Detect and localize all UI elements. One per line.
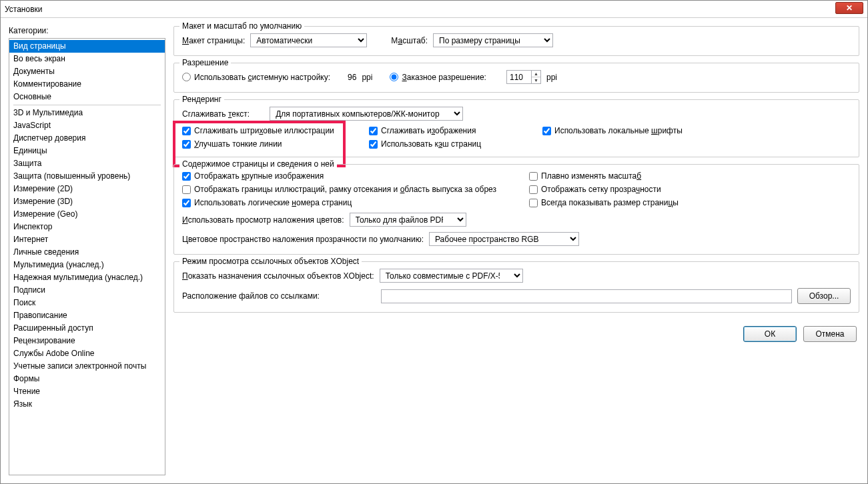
spin-down-icon[interactable]: ▼: [532, 77, 540, 83]
list-item[interactable]: Основные: [9, 91, 165, 103]
list-item[interactable]: Язык: [9, 398, 165, 411]
check-transparency-grid[interactable]: Отображать сетку прозрачности: [529, 185, 703, 194]
list-item[interactable]: Личные сведения: [9, 246, 165, 259]
dialog-footer: ОК Отмена: [173, 319, 859, 345]
show-targets-select[interactable]: Только совместимые с PDF/X-5: [380, 269, 523, 283]
list-item[interactable]: Формы: [9, 373, 165, 385]
list-item[interactable]: Диспетчер доверия: [9, 132, 165, 145]
list-item[interactable]: Мультимедиа (унаслед.): [9, 259, 165, 271]
page-layout-select[interactable]: Автоматически: [250, 33, 367, 47]
window-title: Установки: [5, 5, 42, 14]
list-item[interactable]: Надежная мультимедиа (унаслед.): [9, 271, 165, 284]
blend-space-label: Цветовое пространство наложения прозрачн…: [182, 235, 424, 244]
check-logical-pages[interactable]: Использовать логические номера страниц: [182, 198, 516, 207]
list-item[interactable]: Службы Adobe Online: [9, 347, 165, 360]
ok-button[interactable]: ОК: [743, 326, 797, 342]
list-item[interactable]: Рецензирование: [9, 335, 165, 347]
radio-custom-resolution[interactable]: Заказное разрешение:: [390, 73, 486, 82]
group-title: Рендеринг: [179, 95, 224, 104]
list-item[interactable]: 3D и Мультимедиа: [9, 107, 165, 119]
check-art-borders[interactable]: Отображать границы иллюстраций, рамку от…: [182, 185, 516, 194]
list-item[interactable]: Измерение (Geo): [9, 208, 165, 221]
list-item[interactable]: Расширенный доступ: [9, 322, 165, 335]
list-item[interactable]: Измерение (3D): [9, 195, 165, 208]
list-item[interactable]: Защита (повышенный уровень): [9, 170, 165, 183]
file-location-input[interactable]: [381, 289, 792, 303]
ppi-label: ppi: [546, 73, 557, 82]
sidebar-label: Категории:: [9, 26, 165, 35]
custom-ppi-input[interactable]: [507, 72, 531, 83]
file-location-label: Расположение файлов со ссылками:: [182, 291, 376, 301]
list-item[interactable]: Вид страницы: [9, 40, 165, 53]
group-xobject: Режим просмотра ссылочных объектов XObje…: [173, 261, 859, 313]
check-smooth-zoom[interactable]: Плавно изменять масштаб: [529, 171, 703, 181]
list-item[interactable]: Документы: [9, 65, 165, 78]
page-layout-label: ММакет страницы:акет страницы:: [182, 36, 245, 45]
main-panel: Макет и масштаб по умолчанию ММакет стра…: [173, 26, 859, 475]
list-item[interactable]: Единицы: [9, 145, 165, 157]
spin-up-icon[interactable]: ▲: [532, 71, 540, 77]
group-page-content: Содержимое страницы и сведения о ней Ото…: [173, 164, 859, 255]
group-title: Разрешение: [179, 58, 231, 67]
show-targets-label: Показать назначения ссылочных объектов X…: [182, 271, 374, 281]
check-page-cache[interactable]: Использовать кэш страниц: [369, 139, 529, 149]
smooth-text-select[interactable]: Для портативных компьютеров/ЖК-мониторов: [270, 107, 463, 121]
check-large-images[interactable]: Отображать крупные изображения: [182, 171, 516, 181]
custom-ppi-spinner[interactable]: ▲▼: [506, 70, 541, 84]
list-item[interactable]: Правописание: [9, 309, 165, 322]
close-button[interactable]: ✕: [835, 2, 863, 14]
list-item[interactable]: Интернет: [9, 233, 165, 246]
group-rendering: Рендеринг Сглаживать текст: Для портатив…: [173, 99, 859, 157]
cancel-button[interactable]: Отмена: [803, 326, 857, 342]
list-item[interactable]: Защита: [9, 157, 165, 170]
list-item[interactable]: Подписи: [9, 284, 165, 297]
group-title: Макет и масштаб по умолчанию: [179, 21, 304, 31]
list-item[interactable]: Комментирование: [9, 78, 165, 91]
group-default-layout: Макет и масштаб по умолчанию ММакет стра…: [173, 26, 859, 56]
list-item[interactable]: Учетные записи электронной почты: [9, 360, 165, 373]
close-icon: ✕: [846, 3, 853, 13]
sidebar: Категории: Вид страницыВо весь экранДоку…: [9, 26, 165, 475]
categories-list[interactable]: Вид страницыВо весь экранДокументыКоммен…: [9, 38, 165, 475]
check-local-fonts[interactable]: Использовать локальные шрифты: [542, 126, 716, 135]
list-item[interactable]: Поиск: [9, 297, 165, 309]
list-item[interactable]: Во весь экран: [9, 53, 165, 65]
check-smooth-images[interactable]: Сглаживать изображения: [369, 126, 529, 135]
radio-system-resolution[interactable]: Использовать системную настройку:: [182, 73, 330, 82]
list-item[interactable]: JavaScript: [9, 119, 165, 132]
zoom-label: Масштаб:: [391, 36, 428, 45]
ppi-label: ppi: [362, 73, 372, 82]
check-always-show-size[interactable]: Всегда показывать размер страницы: [529, 198, 703, 207]
list-item[interactable]: Измерение (2D): [9, 183, 165, 195]
titlebar: Установки ✕: [1, 1, 867, 18]
browse-button[interactable]: Обзор...: [797, 288, 851, 304]
check-smooth-line-art[interactable]: Сглаживать штриховые иллюстрации: [182, 126, 356, 135]
check-thin-lines[interactable]: Улучшать тонкие линии: [182, 139, 356, 149]
zoom-select[interactable]: По размеру страницы: [433, 33, 553, 47]
list-item[interactable]: Чтение: [9, 385, 165, 398]
overprint-label: Использовать просмотр наложения цветов:: [182, 215, 344, 225]
blend-space-select[interactable]: Рабочее пространство RGB: [429, 232, 579, 246]
system-ppi-value: 96: [348, 73, 356, 82]
list-item[interactable]: Инспектор: [9, 221, 165, 233]
group-title: Содержимое страницы и сведения о ней: [179, 159, 337, 169]
group-title: Режим просмотра ссылочных объектов XObje…: [179, 257, 362, 266]
smooth-text-label: Сглаживать текст:: [182, 109, 250, 119]
overprint-select[interactable]: Только для файлов PDF/X: [350, 213, 466, 227]
group-resolution: Разрешение Использовать системную настро…: [173, 63, 859, 93]
